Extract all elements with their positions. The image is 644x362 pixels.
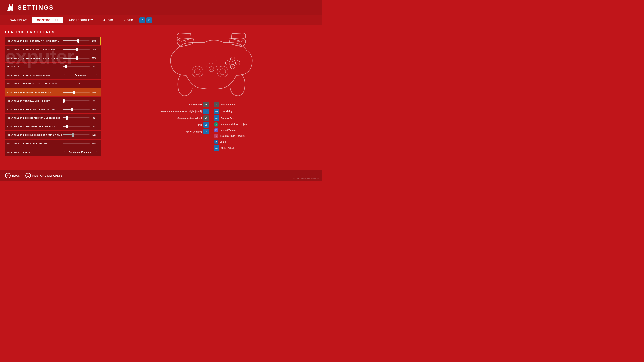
setting-vert-boost[interactable]: CONTROLLER VERTICAL LOOK BOOST 0: [5, 97, 101, 105]
tab-gameplay[interactable]: GAMEPLAY: [5, 17, 31, 23]
setting-zoom-horiz[interactable]: CONTROLLER ZOOM HORIZONTAL LOOK BOOST 40: [5, 114, 101, 122]
svg-text:✕: ✕: [232, 66, 234, 68]
control-horiz-sens: [63, 40, 90, 41]
badge-r3-melee: R3: [214, 145, 219, 151]
setting-deadzone[interactable]: DEADZONE 5: [5, 63, 101, 71]
setting-zoom-vert[interactable]: CONTROLLER ZOOM VERTICAL LOOK BOOST 40: [5, 122, 101, 130]
label-deadzone: DEADZONE: [7, 66, 63, 68]
setting-response-curve[interactable]: CONTROLLER LOOK RESPONSE CURVE ‹ Sinusoi…: [5, 71, 101, 79]
setting-invert-vert[interactable]: CONTROLLER INVERT VERTICAL LOOK INPUT Of…: [5, 80, 101, 88]
slider-track[interactable]: [63, 66, 90, 67]
controller-svg: △ ○ ✕ □ PS: [158, 30, 264, 101]
slider-track[interactable]: [63, 143, 90, 144]
svg-rect-16: [213, 55, 216, 57]
setting-acceleration[interactable]: CONTROLLER LOOK ACCELERATION 0%: [5, 140, 101, 148]
slider-thumb: [73, 90, 75, 94]
badge-l1-ping: L1: [203, 122, 209, 128]
mapping-jump: ✕ Jump: [214, 140, 226, 144]
label-ping: Ping: [197, 124, 202, 126]
slider-track[interactable]: [63, 100, 90, 101]
label-invert-vert: CONTROLLER INVERT VERTICAL LOOK INPUT: [7, 83, 63, 85]
label-crouch-slide: Crouch / Slide (Toggle): [220, 135, 245, 137]
arrow-right-response[interactable]: ›: [95, 73, 98, 77]
slider-track[interactable]: [63, 92, 90, 93]
mapping-comm-wheel: Communication Wheel ⊕: [177, 115, 209, 121]
svg-point-6: [220, 69, 226, 75]
mapping-crouch-slide: ○ Crouch / Slide (Toggle): [214, 134, 245, 138]
svg-rect-15: [207, 55, 210, 57]
svg-text:△: △: [232, 58, 234, 61]
slider-thumb: [76, 56, 78, 60]
value-invert-vert: Off: [63, 82, 94, 85]
section-title: CONTROLLER SETTINGS: [5, 30, 101, 34]
label-primary-fire: Primary Fire: [221, 117, 234, 119]
slider-fill: [63, 134, 72, 135]
control-response-curve: ‹ Sinusoidal ›: [63, 73, 98, 77]
slider-track[interactable]: [63, 134, 90, 135]
value-horiz-sens: 280: [90, 40, 98, 42]
arrow-right-invert[interactable]: ›: [95, 82, 98, 85]
svg-point-23: [214, 63, 214, 64]
control-vert-boost: [63, 100, 90, 101]
slider-thumb: [72, 133, 74, 137]
setting-preset[interactable]: CONTROLLER PRESET ‹ Directional Equippin…: [5, 148, 101, 156]
mapping-secondary-fire: Secondary Fire/Aim Down Sight (Hold) L2: [160, 109, 209, 114]
slider-thumb: [65, 65, 67, 68]
slider-track[interactable]: [63, 58, 90, 59]
setting-horiz-boost[interactable]: CONTROLLER HORIZONTAL LOOK BOOST 200: [5, 88, 101, 96]
control-zoom-mult: [63, 58, 90, 59]
control-deadzone: [63, 66, 90, 67]
value-acceleration: 0%: [90, 142, 98, 145]
r1-badge: R1: [146, 17, 152, 23]
svg-point-21: [211, 63, 211, 64]
badge-l2: L2: [203, 109, 209, 114]
arrow-right-preset[interactable]: ›: [95, 150, 98, 154]
tab-video[interactable]: VIDEO: [119, 17, 138, 23]
label-interact-reload: Interact/Reload: [220, 129, 236, 131]
label-response-curve: CONTROLLER LOOK RESPONSE CURVE: [7, 74, 63, 76]
svg-rect-1: [188, 60, 191, 69]
label-zoom-vert: CONTROLLER ZOOM VERTICAL LOOK BOOST: [7, 125, 63, 128]
mapping-sprint: Sprint (Toggle) L3: [186, 129, 209, 134]
restore-defaults-button[interactable]: △ RESTORE DEFAULTS: [25, 173, 62, 178]
restore-icon: △: [25, 173, 31, 178]
value-preset: Directional Equipping: [67, 151, 94, 153]
slider-track[interactable]: [63, 109, 90, 110]
slider-track[interactable]: [63, 126, 90, 127]
tab-audio[interactable]: AUDIO: [99, 17, 118, 23]
value-zoom-ramp: 1.2: [90, 134, 98, 136]
setting-ramp-up[interactable]: CONTROLLER LOOK BOOST RAMP UP TIME 0.5: [5, 105, 101, 113]
slider-fill: [63, 109, 71, 110]
badge-circle: ○: [214, 134, 218, 138]
controller-diagram: △ ○ ✕ □ PS: [158, 30, 264, 101]
badge-scoreboard: ☰: [203, 102, 209, 107]
svg-point-4: [194, 69, 200, 75]
slider-track[interactable]: [63, 117, 90, 118]
label-zoom-ramp: CONTROLLER ZOOM LOOK BOOST RAMP UP TIME: [7, 134, 63, 136]
right-mappings: ≡ System menu R1 Use Ability R2 Primary …: [214, 102, 294, 151]
value-zoom-mult: 50%: [90, 57, 98, 59]
control-zoom-ramp: [63, 134, 90, 135]
tab-controller[interactable]: CONTROLLER: [32, 17, 63, 23]
slider-track[interactable]: [63, 49, 90, 50]
arrow-left-response[interactable]: ‹: [63, 73, 66, 77]
setting-zoom-ramp[interactable]: CONTROLLER ZOOM LOOK BOOST RAMP UP TIME …: [5, 131, 101, 139]
slider-fill: [63, 40, 77, 41]
setting-zoom-mult[interactable]: CONTROLLER ZOOM SENSITIVITY MULTIPLIER 5…: [5, 54, 101, 62]
svg-text:PS: PS: [210, 68, 213, 71]
control-vert-sens: [63, 49, 90, 50]
arrow-left-preset[interactable]: ‹: [63, 150, 66, 154]
slider-track[interactable]: [63, 40, 90, 41]
mapping-ping: Ping L1: [197, 122, 209, 128]
control-ramp-up: [63, 109, 90, 110]
label-melee: Melee Attack: [221, 147, 235, 149]
slider-thumb: [66, 116, 68, 120]
setting-horiz-sens[interactable]: CONTROLLER LOOK SENSITIVITY HORIZONTAL 2…: [5, 37, 101, 45]
value-zoom-vert: 40: [90, 125, 98, 128]
back-button[interactable]: ○ BACK: [5, 173, 20, 178]
label-ramp-up: CONTROLLER LOOK BOOST RAMP UP TIME: [7, 108, 63, 111]
svg-text:L1: L1: [184, 44, 186, 47]
value-ramp-up: 0.5: [90, 108, 98, 111]
setting-vert-sens[interactable]: CONTROLLER LOOK SENSITIVITY VERTICAL 250: [5, 46, 101, 54]
tab-accessibility[interactable]: ACCESSIBILITY: [64, 17, 98, 23]
